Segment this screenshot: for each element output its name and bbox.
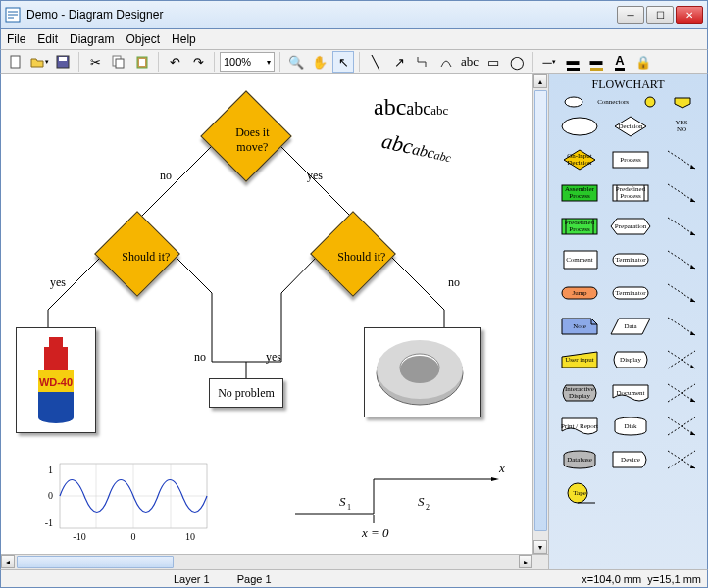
node-does-it-move[interactable]: Does it move? bbox=[220, 108, 284, 155]
cut-button[interactable]: ✂ bbox=[84, 51, 106, 73]
horizontal-scrollbar[interactable]: ◂ ▸ bbox=[1, 554, 548, 569]
svg-text:1: 1 bbox=[48, 465, 53, 475]
node-should-it-right[interactable]: Should it? bbox=[331, 228, 392, 265]
palette-item-arrow-[interactable] bbox=[659, 379, 704, 407]
palette-item-terminator[interactable]: Terminator bbox=[608, 246, 653, 273]
menu-edit[interactable]: Edit bbox=[37, 32, 58, 46]
line-color[interactable]: ▬ bbox=[562, 51, 583, 73]
palette-item-yes-no[interactable]: YESNO bbox=[659, 113, 704, 140]
palette-item-document[interactable]: Document bbox=[608, 379, 653, 407]
new-button[interactable] bbox=[5, 51, 26, 73]
svg-point-36 bbox=[565, 97, 582, 107]
palette-item-display[interactable]: Display bbox=[608, 346, 653, 373]
paste-button[interactable] bbox=[131, 51, 153, 73]
palette-item-print-report[interactable]: Print / Report bbox=[557, 413, 602, 440]
palette-item-decision[interactable]: Decision bbox=[608, 113, 653, 140]
line-style[interactable]: ─▾ bbox=[538, 51, 560, 73]
line-tool[interactable]: ╲ bbox=[365, 51, 386, 73]
lock-button[interactable]: 🔒 bbox=[632, 51, 654, 73]
svg-rect-3 bbox=[59, 57, 67, 61]
edge-label: yes bbox=[307, 169, 323, 183]
palette-item-arrow-[interactable] bbox=[659, 413, 704, 440]
zoom-combo[interactable]: 100%▾ bbox=[220, 52, 275, 72]
palette-item-terminator[interactable]: Terminator bbox=[608, 279, 653, 307]
canvas[interactable]: Does it move? Should it? Should it? no y… bbox=[1, 74, 549, 569]
palette-item-device[interactable]: Device bbox=[608, 446, 653, 473]
curve-tool[interactable] bbox=[435, 51, 457, 73]
palette-item-assembler-process[interactable]: AssemblerProcess bbox=[557, 179, 602, 207]
menu-help[interactable]: Help bbox=[172, 32, 196, 46]
svg-text:10: 10 bbox=[185, 531, 195, 542]
palette-item-preparation[interactable]: Preparation bbox=[608, 213, 653, 240]
palette-item-data[interactable]: Data bbox=[608, 313, 653, 340]
palette-item-arrow[interactable] bbox=[659, 313, 704, 340]
copy-button[interactable] bbox=[108, 51, 129, 73]
save-button[interactable] bbox=[52, 51, 74, 73]
node-should-it-left[interactable]: Should it? bbox=[116, 228, 177, 265]
redo-button[interactable]: ↷ bbox=[187, 51, 209, 73]
palette-item-arrow[interactable] bbox=[659, 246, 704, 273]
palette-item-arrow[interactable] bbox=[659, 146, 704, 173]
rect-tool[interactable]: ▭ bbox=[482, 51, 504, 73]
chart-sine[interactable]: 1 0 -1 -10 0 10 bbox=[35, 462, 212, 545]
palette-item-jump[interactable]: Jump bbox=[557, 279, 602, 307]
menu-diagram[interactable]: Diagram bbox=[70, 32, 114, 46]
palette-item-arrow-[interactable] bbox=[659, 446, 704, 473]
fill-color[interactable]: ▬ bbox=[585, 51, 607, 73]
svg-text:x = 0: x = 0 bbox=[361, 525, 389, 540]
hand-tool[interactable]: ✋ bbox=[309, 51, 330, 73]
image-wd40[interactable]: WD-40 bbox=[16, 327, 96, 433]
svg-rect-1 bbox=[11, 56, 20, 68]
open-button[interactable]: ▾ bbox=[28, 51, 50, 73]
vertical-scrollbar[interactable]: ▴ ▾ bbox=[532, 74, 548, 554]
edge-label: yes bbox=[50, 275, 66, 290]
toolbar: ▾ ✂ ↶ ↷ 100%▾ 🔍 ✋ ↖ ╲ ↗ abc ▭ ◯ ─▾ ▬ ▬ A… bbox=[0, 49, 708, 74]
palette-connector-circle[interactable] bbox=[641, 95, 659, 109]
palette-item-predefined-process[interactable]: PredefinedProcess bbox=[608, 179, 653, 207]
maximize-button[interactable]: ☐ bbox=[646, 6, 674, 24]
palette-item-predefined-process[interactable]: PredefinedProcess bbox=[557, 213, 602, 240]
palette-item-arrow[interactable] bbox=[659, 179, 704, 207]
palette-item-arrow[interactable] bbox=[659, 279, 704, 307]
image-ducttape[interactable] bbox=[364, 327, 481, 417]
close-button[interactable]: ✕ bbox=[676, 6, 703, 24]
palette-connector-home[interactable] bbox=[672, 95, 693, 109]
palette-item-tape[interactable]: Tape bbox=[557, 479, 602, 507]
svg-text:S: S bbox=[339, 494, 346, 509]
palette-item-ellipse[interactable] bbox=[557, 113, 602, 140]
svg-rect-7 bbox=[139, 59, 145, 66]
pointer-tool[interactable]: ↖ bbox=[332, 51, 354, 73]
svg-text:WD-40: WD-40 bbox=[39, 376, 73, 388]
status-y: y=15,1 mm bbox=[647, 573, 701, 585]
palette-item-database[interactable]: Database bbox=[557, 446, 602, 473]
palette-item-interactive-display[interactable]: InteractiveDisplay bbox=[557, 379, 602, 407]
connector-tool[interactable] bbox=[412, 51, 433, 73]
zoom-tool[interactable]: 🔍 bbox=[285, 51, 307, 73]
palette-item-process[interactable]: Process bbox=[608, 146, 653, 173]
text-sample[interactable]: abcabcabc bbox=[374, 94, 448, 121]
menu-object[interactable]: Object bbox=[126, 32, 160, 46]
palette-item-on-input-decision[interactable]: On-InputDecision bbox=[557, 146, 602, 173]
chart-step[interactable]: S1 S2 x x = 0 bbox=[285, 465, 511, 543]
node-noproblem[interactable]: No problem bbox=[209, 378, 283, 408]
text-tool[interactable]: abc bbox=[459, 51, 480, 73]
ellipse-tool[interactable]: ◯ bbox=[506, 51, 528, 73]
undo-button[interactable]: ↶ bbox=[164, 51, 185, 73]
menu-file[interactable]: File bbox=[7, 32, 25, 46]
arrow-tool[interactable]: ↗ bbox=[388, 51, 410, 73]
minimize-button[interactable]: ─ bbox=[617, 6, 644, 24]
svg-text:2: 2 bbox=[426, 503, 430, 512]
palette-connector-ellipse[interactable] bbox=[563, 95, 584, 109]
palette-item-user-input[interactable]: User input bbox=[557, 346, 602, 373]
palette-item-note[interactable]: Note bbox=[557, 313, 602, 340]
palette-item-comment[interactable]: Comment bbox=[557, 246, 602, 273]
palette-item-disk[interactable]: Disk bbox=[608, 413, 653, 440]
palette-item-arrow[interactable] bbox=[659, 213, 704, 240]
edge-label: yes bbox=[266, 350, 281, 365]
status-x: x=104,0 mm bbox=[582, 573, 641, 585]
text-color[interactable]: A bbox=[609, 51, 631, 73]
svg-text:-1: -1 bbox=[45, 517, 53, 528]
menubar: File Edit Diagram Object Help bbox=[0, 29, 708, 49]
palette-item-arrow-[interactable] bbox=[659, 346, 704, 373]
text-sample-rotated[interactable]: abcabcabc bbox=[379, 128, 454, 168]
